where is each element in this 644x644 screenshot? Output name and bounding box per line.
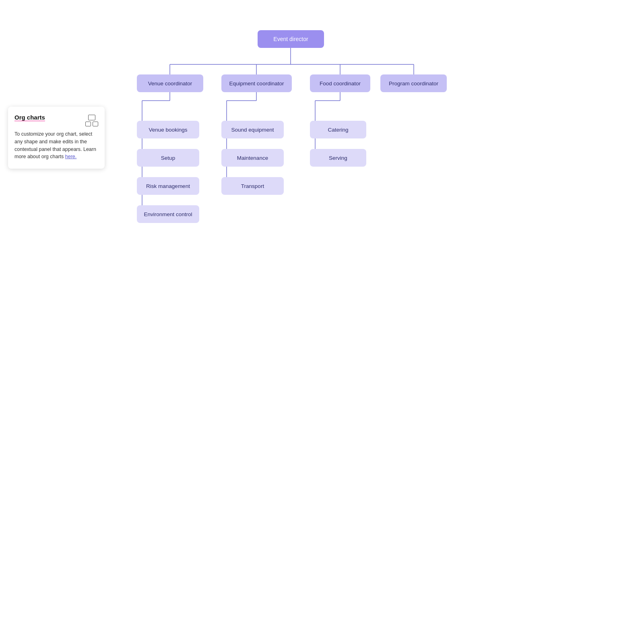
info-panel-title: Org charts bbox=[14, 114, 45, 121]
node-transport[interactable]: Transport bbox=[221, 177, 284, 195]
node-venue-bookings[interactable]: Venue bookings bbox=[137, 121, 199, 138]
node-risk-management[interactable]: Risk management bbox=[137, 177, 199, 195]
connector-lines bbox=[113, 0, 644, 644]
node-food-coordinator[interactable]: Food coordinator bbox=[310, 74, 370, 92]
node-venue-coordinator[interactable]: Venue coordinator bbox=[137, 74, 203, 92]
info-panel: Org charts To customize your org chart, … bbox=[8, 107, 105, 169]
org-icon-bottom-row bbox=[85, 122, 98, 126]
org-icon-bottom-box-left bbox=[85, 122, 91, 126]
node-equipment-coordinator[interactable]: Equipment coordinator bbox=[221, 74, 292, 92]
org-chart-link[interactable]: here. bbox=[65, 154, 77, 159]
info-panel-description: To customize your org chart, select any … bbox=[14, 130, 98, 161]
node-maintenance[interactable]: Maintenance bbox=[221, 149, 284, 167]
node-catering[interactable]: Catering bbox=[310, 121, 366, 138]
node-sound-equipment[interactable]: Sound equipment bbox=[221, 121, 284, 138]
info-panel-header: Org charts bbox=[14, 114, 98, 126]
chart-area: Event director Venue coordinator Equipme… bbox=[113, 0, 644, 644]
node-event-director[interactable]: Event director bbox=[258, 30, 324, 48]
org-icon-top-box bbox=[88, 115, 95, 120]
node-environment-control[interactable]: Environment control bbox=[137, 205, 199, 223]
org-chart-icon bbox=[85, 115, 98, 126]
node-setup[interactable]: Setup bbox=[137, 149, 199, 167]
org-icon-bottom-box-right bbox=[93, 122, 98, 126]
node-serving[interactable]: Serving bbox=[310, 149, 366, 167]
node-program-coordinator[interactable]: Program coordinator bbox=[380, 74, 447, 92]
